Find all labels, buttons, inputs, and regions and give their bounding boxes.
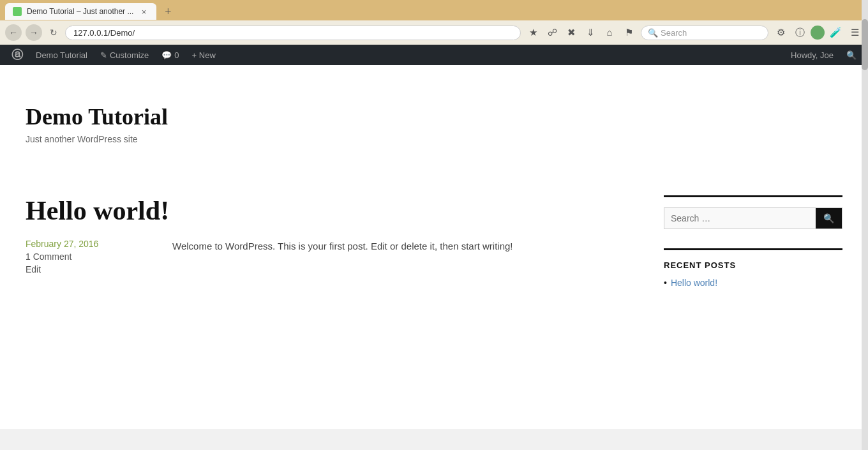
post-comments[interactable]: 1 Comment — [26, 251, 153, 262]
menu-icon[interactable]: ☰ — [846, 24, 863, 41]
sidebar-divider-search — [664, 195, 842, 197]
howdy-item[interactable]: Howdy, Joe — [784, 45, 840, 65]
settings-icon[interactable]: ⚙ — [772, 24, 789, 41]
demo-tutorial-label: Demo Tutorial — [36, 50, 87, 60]
wp-logo-item[interactable]: ⓐ — [5, 45, 29, 65]
browser-chrome: Demo Tutorial – Just another ... × + ← →… — [0, 0, 868, 45]
comments-count: 0 — [174, 50, 179, 60]
recent-posts-list: Hello world! — [664, 278, 842, 288]
post-content-wrapper: February 27, 2016 1 Comment Edit Welcome… — [26, 239, 625, 287]
url-text: 127.0.0.1/Demo/ — [73, 28, 135, 38]
post-edit[interactable]: Edit — [26, 264, 153, 274]
post-body: Welcome to WordPress. This is your first… — [172, 239, 625, 287]
howdy-label: Howdy, Joe — [791, 50, 834, 60]
scrollbar-thumb[interactable] — [862, 19, 868, 70]
wp-admin-bar: ⓐ Demo Tutorial ✎ Customize 💬 0 + New Ho… — [0, 45, 868, 65]
customize-icon: ✎ — [100, 50, 107, 60]
pocket-icon[interactable]: ✖ — [563, 24, 580, 41]
refresh-button[interactable]: ↻ — [46, 26, 61, 39]
comments-icon: 💬 — [161, 50, 172, 60]
recent-posts-title: RECENT POSTS — [664, 260, 842, 270]
tab-close-button[interactable]: × — [138, 6, 149, 17]
sidebar-search-input[interactable] — [664, 208, 816, 229]
scrollbar-track[interactable] — [862, 0, 868, 429]
sidebar-search-button[interactable]: 🔍 — [816, 208, 842, 229]
tab-favicon — [13, 7, 22, 16]
new-tab-button[interactable]: + — [159, 3, 177, 20]
new-item[interactable]: + New — [186, 45, 222, 65]
site-wrapper: Demo Tutorial Just another WordPress sit… — [0, 65, 868, 429]
extensions-icon[interactable]: 🧪 — [827, 24, 844, 41]
sidebar-divider-recent — [664, 248, 842, 250]
admin-search-icon: 🔍 — [846, 50, 857, 60]
main-content: Hello world! February 27, 2016 1 Comment… — [26, 195, 625, 307]
post-title: Hello world! — [26, 195, 625, 226]
toolbar-icons-right: ⚙ ⓘ 🧪 ☰ — [772, 24, 863, 41]
home-icon[interactable]: ⌂ — [601, 24, 618, 41]
site-title: Demo Tutorial — [26, 103, 842, 130]
new-label: + New — [192, 50, 216, 60]
site-tagline: Just another WordPress site — [26, 134, 842, 144]
url-bar[interactable]: 127.0.0.1/Demo/ — [65, 26, 521, 40]
avatar-icon[interactable] — [811, 26, 825, 40]
admin-search-item[interactable]: 🔍 — [840, 45, 863, 65]
browser-search-box[interactable]: 🔍 Search — [641, 26, 768, 40]
tab-title: Demo Tutorial – Just another ... — [27, 7, 133, 16]
site-header: Demo Tutorial Just another WordPress sit… — [0, 65, 868, 170]
sidebar-search-section: 🔍 — [664, 195, 842, 229]
back-button[interactable]: ← — [5, 24, 22, 41]
sidebar-search-box: 🔍 — [664, 207, 842, 229]
post-meta: February 27, 2016 1 Comment Edit — [26, 239, 153, 274]
customize-label: Customize — [110, 50, 149, 60]
admin-bar-right: Howdy, Joe 🔍 — [784, 45, 863, 65]
list-item: Hello world! — [664, 278, 842, 288]
browser-search-label: Search — [661, 28, 687, 38]
post-date: February 27, 2016 — [26, 239, 153, 249]
download-icon[interactable]: ⇓ — [582, 24, 599, 41]
forward-button[interactable]: → — [26, 24, 42, 41]
help-icon[interactable]: ⓘ — [791, 24, 808, 41]
recent-post-link[interactable]: Hello world! — [671, 278, 717, 288]
tab-bar: Demo Tutorial – Just another ... × + — [0, 0, 868, 20]
post-text: Welcome to WordPress. This is your first… — [172, 239, 625, 254]
search-icon: 🔍 — [648, 28, 658, 38]
comments-item[interactable]: 💬 0 — [155, 45, 185, 65]
address-bar: ← → ↻ 127.0.0.1/Demo/ ★ ☍ ✖ ⇓ ⌂ ⚑ 🔍 Sear… — [0, 20, 868, 45]
demo-tutorial-item[interactable]: Demo Tutorial — [29, 45, 94, 65]
active-tab[interactable]: Demo Tutorial – Just another ... × — [5, 3, 156, 20]
bookmark-icon[interactable]: ⚑ — [620, 24, 637, 41]
customize-item[interactable]: ✎ Customize — [94, 45, 155, 65]
toolbar-icons: ★ ☍ ✖ ⇓ ⌂ ⚑ — [525, 24, 637, 41]
reader-icon[interactable]: ☍ — [544, 24, 560, 41]
post-meta-col: February 27, 2016 1 Comment Edit — [26, 239, 153, 287]
sidebar-recent-posts-section: RECENT POSTS Hello world! — [664, 248, 842, 288]
star-icon[interactable]: ★ — [525, 24, 541, 41]
sidebar: 🔍 RECENT POSTS Hello world! — [664, 195, 842, 307]
wp-logo-icon: ⓐ — [11, 47, 23, 63]
content-area: Hello world! February 27, 2016 1 Comment… — [0, 170, 868, 333]
